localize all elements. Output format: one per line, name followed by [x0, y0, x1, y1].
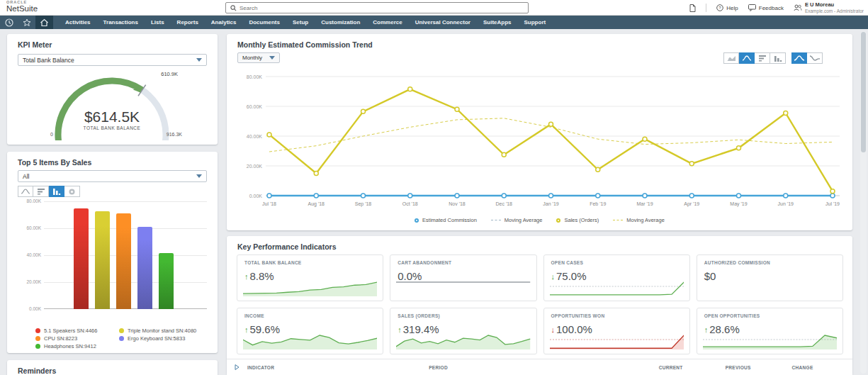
help-button[interactable]: ? Help — [716, 4, 738, 11]
shortcuts-star-icon[interactable] — [18, 16, 35, 29]
global-search[interactable] — [225, 2, 529, 13]
kpi-table-col-previous[interactable]: PREVIOUS — [726, 365, 792, 370]
kpi-meter-dropdown[interactable]: Total Bank Balance — [18, 54, 207, 66]
kpi-card-sales-orders-[interactable]: SALES (ORDERS)↑319.4% — [390, 308, 536, 354]
legend-item[interactable]: 5.1 Speakers SN:4466 — [35, 328, 97, 334]
kpi-table-col-current[interactable]: CURRENT — [659, 365, 726, 370]
kpi-table-col-period[interactable]: PERIOD — [429, 365, 659, 370]
top-items-legend-col1: 5.1 Speakers SN:4466CPU SN:8223Headphone… — [35, 328, 97, 351]
top-items-panel: Top 5 Items By Sales All 0.00K20.00K40.0… — [7, 152, 218, 353]
trend-legend-item[interactable]: Estimated Commission — [415, 217, 477, 223]
chevron-down-icon — [196, 174, 202, 178]
kpi-cards-grid: TOTAL BANK BALANCE↑8.8%CART ABANDONMENT0… — [237, 254, 843, 354]
kpi-card-label: TOTAL BANK BALANCE — [244, 260, 376, 265]
curve-smooth-button[interactable] — [791, 52, 807, 64]
create-new-button[interactable] — [689, 4, 696, 12]
document-icon — [689, 4, 696, 12]
nav-item-lists[interactable]: Lists — [145, 16, 171, 29]
top-items-dropdown[interactable]: All — [18, 170, 207, 182]
netsuite-logo[interactable]: ORACLE NetSuite — [6, 1, 38, 13]
nav-item-documents[interactable]: Documents — [242, 16, 286, 29]
gauge-needle-label: 610.9K — [161, 71, 178, 77]
legend-label: Headphones SN:9412 — [44, 343, 96, 349]
legend-label: 5.1 Speakers SN:4466 — [44, 328, 97, 334]
legend-dot — [35, 336, 40, 341]
help-icon: ? — [716, 4, 723, 11]
kpi-table-col-change[interactable]: CHANGE — [792, 365, 852, 370]
kpi-table-col-indicator[interactable]: INDICATOR — [247, 365, 429, 370]
bar-2[interactable] — [95, 211, 110, 309]
trend-chart-type-toolbar — [723, 52, 786, 64]
nav-item-support[interactable]: Support — [518, 16, 553, 29]
search-input[interactable] — [239, 5, 528, 11]
recent-records-icon[interactable] — [0, 16, 18, 29]
kpi-card-open-cases[interactable]: OPEN CASES↓75.0% — [543, 254, 690, 301]
legend-item[interactable]: Triple Monitor stand SN:4080 — [119, 328, 196, 334]
nav-item-analytics[interactable]: Analytics — [205, 16, 243, 29]
nav-item-suiteapps[interactable]: SuiteApps — [477, 16, 518, 29]
bar-y-tick-label: 80.00K — [17, 198, 41, 203]
feedback-button[interactable]: Feedback — [748, 4, 784, 11]
kpi-card-opportunities-won[interactable]: OPPORTUNITIES WON↓100.0% — [543, 308, 690, 354]
nav-item-activities[interactable]: Activities — [59, 16, 97, 29]
bar-1[interactable] — [74, 208, 89, 309]
kpi-card-label: OPEN OPPORTUNITIES — [704, 313, 835, 318]
legend-label: Triple Monitor stand SN:4080 — [128, 328, 196, 334]
top-header: ORACLE NetSuite ? He — [0, 0, 868, 16]
svg-text:Dec '18: Dec '18 — [495, 201, 512, 206]
scrollbar-thumb[interactable] — [861, 32, 866, 152]
legend-dot — [119, 336, 124, 341]
expand-arrow-icon[interactable] — [227, 364, 247, 371]
netsuite-logo-text: NetSuite — [6, 5, 38, 13]
nav-item-setup[interactable]: Setup — [286, 16, 315, 29]
legend-dot — [35, 328, 40, 333]
header-divider — [706, 4, 706, 12]
kpi-sparkline — [396, 279, 530, 298]
trend-legend-item[interactable]: Moving Average — [491, 217, 543, 223]
main-navbar: ActivitiesTransactionsListsReportsAnalyt… — [0, 16, 868, 29]
bar-5[interactable] — [159, 253, 174, 309]
nav-item-customization[interactable]: Customization — [315, 16, 366, 29]
legend-marker — [556, 218, 560, 223]
kpi-card-label: INCOME — [244, 313, 376, 318]
kpi-card-authorized-commission[interactable]: AUTHORIZED COMMISSION$0 — [697, 254, 843, 301]
user-menu[interactable]: E U Moreau Example.com - Administrator — [794, 2, 864, 13]
top-items-bar-chart: 0.00K20.00K40.00K60.00K80.00K — [17, 196, 210, 323]
nav-item-reports[interactable]: Reports — [171, 16, 205, 29]
legend-item[interactable]: Headphones SN:9412 — [35, 343, 97, 349]
legend-dot — [35, 344, 40, 349]
chart-type-hbar-button[interactable] — [755, 52, 770, 64]
nav-item-commerce[interactable]: Commerce — [366, 16, 408, 29]
kpi-panel: Key Performance Indicators TOTAL BANK BA… — [227, 236, 852, 375]
chart-type-area-button[interactable] — [723, 52, 739, 64]
kpi-card-cart-abandonment[interactable]: CART ABANDONMENT0.0% — [390, 254, 536, 301]
svg-text:40.00K: 40.00K — [247, 134, 263, 139]
legend-item[interactable]: Ergo Keyboard SN:5833 — [119, 335, 196, 342]
nav-item-transactions[interactable]: Transactions — [97, 16, 145, 29]
kpi-card-income[interactable]: INCOME↑59.6% — [237, 308, 383, 354]
kpi-card-total-bank-balance[interactable]: TOTAL BANK BALANCE↑8.8% — [237, 254, 383, 301]
svg-text:Sep '18: Sep '18 — [355, 201, 372, 207]
trend-period-dropdown[interactable]: Monthly — [237, 52, 280, 63]
vertical-scrollbar[interactable] — [860, 31, 867, 374]
kpi-card-open-opportunities[interactable]: OPEN OPPORTUNITIES↑28.6% — [697, 308, 843, 354]
kpi-sparkline — [243, 279, 377, 298]
svg-text:60.00K: 60.00K — [247, 104, 263, 109]
svg-text:Aug '18: Aug '18 — [308, 201, 325, 207]
legend-item[interactable]: CPU SN:8223 — [35, 335, 97, 342]
top-items-legend-col2: Triple Monitor stand SN:4080Ergo Keyboar… — [119, 328, 196, 343]
chart-type-line-button[interactable] — [739, 52, 755, 64]
curve-wave-button[interactable] — [807, 52, 823, 64]
svg-text:Mar '19: Mar '19 — [636, 201, 653, 206]
kpi-card-label: OPEN CASES — [551, 260, 682, 265]
chart-type-vbar-button[interactable] — [770, 52, 786, 64]
trend-legend-item[interactable]: Moving Average — [613, 217, 665, 223]
home-icon[interactable] — [35, 16, 53, 29]
svg-text:Jul '18: Jul '18 — [262, 201, 276, 206]
nav-item-universal-connector[interactable]: Universal Connector — [409, 16, 477, 29]
commission-trend-chart: 0.00K20.00K40.00K60.00K80.00KJul '18Aug … — [234, 69, 845, 213]
trend-legend-item[interactable]: Sales (Orders) — [556, 217, 599, 223]
svg-text:20.00K: 20.00K — [247, 164, 263, 169]
bar-3[interactable] — [116, 213, 131, 309]
bar-4[interactable] — [137, 227, 152, 309]
